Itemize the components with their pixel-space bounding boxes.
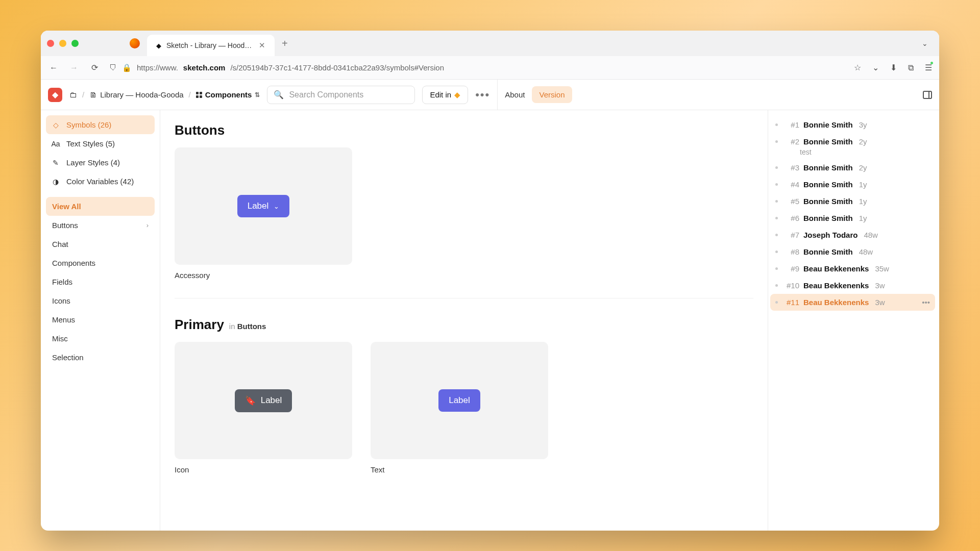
sidebar-color-vars[interactable]: ◑Color Variables (42) bbox=[46, 172, 155, 191]
version-item[interactable]: #7Joseph Todaro48w bbox=[770, 227, 935, 243]
back-icon[interactable]: ← bbox=[48, 63, 59, 72]
version-item[interactable]: #10Beau Bekkenenks3w bbox=[770, 277, 935, 294]
button-label: Label bbox=[449, 395, 470, 406]
section-primary-breadcrumb: in Buttons bbox=[229, 322, 266, 331]
browser-tab-strip: ◆ Sketch - Library — Hooda-Good ✕ + ⌄ bbox=[41, 31, 939, 56]
toggle-panel-icon[interactable] bbox=[923, 91, 932, 99]
version-time: 2y bbox=[859, 163, 867, 172]
sidebar-item-label: Selection bbox=[52, 353, 84, 362]
bullet-icon bbox=[775, 284, 778, 287]
about-link[interactable]: About bbox=[505, 90, 525, 99]
sidebar-item-selection[interactable]: Selection bbox=[46, 348, 155, 367]
brush-icon: ✎ bbox=[51, 159, 60, 167]
window-controls bbox=[47, 40, 79, 47]
version-item[interactable]: #3Bonnie Smith2y bbox=[770, 159, 935, 176]
version-author: Bonnie Smith bbox=[803, 120, 853, 129]
version-time: 1y bbox=[859, 197, 867, 206]
browser-window: ◆ Sketch - Library — Hooda-Good ✕ + ⌄ ← … bbox=[41, 31, 939, 531]
shield-icon[interactable]: ⛉ bbox=[109, 63, 117, 72]
more-menu-button[interactable]: ••• bbox=[475, 88, 490, 102]
version-time: 48w bbox=[864, 231, 878, 239]
hamburger-menu-icon[interactable]: ☰ bbox=[925, 63, 932, 72]
version-item[interactable]: #5Bonnie Smith1y bbox=[770, 193, 935, 210]
version-item[interactable]: #8Bonnie Smith48w bbox=[770, 243, 935, 260]
sidebar-color-vars-label: Color Variables (42) bbox=[66, 177, 134, 186]
divider bbox=[497, 80, 498, 110]
folder-icon: 🗀 bbox=[69, 90, 77, 99]
bookmark-icon: 🔖 bbox=[245, 395, 256, 406]
sidebar-item-chat[interactable]: Chat bbox=[46, 235, 155, 254]
button-icon-preview: 🔖 Label bbox=[235, 389, 292, 412]
lock-icon[interactable]: 🔒 bbox=[122, 63, 132, 72]
components-icon bbox=[196, 92, 202, 98]
sketch-diamond-icon: ◆ bbox=[454, 90, 460, 99]
reload-icon[interactable]: ⟳ bbox=[89, 63, 100, 72]
pocket-icon[interactable]: ⌄ bbox=[872, 63, 879, 72]
breadcrumb-library[interactable]: 🗎Library — Hooda-Gooda bbox=[89, 90, 183, 99]
sidebar-symbols-label: Symbols (26) bbox=[66, 120, 111, 129]
updown-icon: ⇅ bbox=[255, 91, 260, 98]
version-time: 3y bbox=[859, 120, 867, 129]
downloads-icon[interactable]: ⬇ bbox=[890, 63, 897, 72]
version-number: #10 bbox=[782, 281, 799, 290]
address-bar[interactable]: ⛉ 🔒 https://www.sketch.com/s/205194b7-37… bbox=[109, 63, 843, 72]
close-tab-icon[interactable]: ✕ bbox=[259, 41, 265, 50]
version-item[interactable]: #1Bonnie Smith3y bbox=[770, 116, 935, 133]
bullet-icon bbox=[775, 200, 778, 203]
document-icon: 🗎 bbox=[89, 90, 97, 99]
extensions-icon[interactable]: ⧉ bbox=[908, 63, 914, 72]
breadcrumb-components[interactable]: Components ⇅ bbox=[196, 90, 260, 99]
breadcrumb-folder[interactable]: 🗀 bbox=[69, 90, 77, 99]
minimize-window-icon[interactable] bbox=[59, 40, 66, 47]
edit-in-label: Edit in bbox=[430, 90, 451, 99]
sketch-favicon-icon: ◆ bbox=[156, 42, 161, 49]
edit-in-button[interactable]: Edit in ◆ bbox=[422, 86, 468, 104]
maximize-window-icon[interactable] bbox=[71, 40, 79, 47]
new-tab-button[interactable]: + bbox=[282, 38, 288, 49]
sidebar-text-styles[interactable]: AaText Styles (5) bbox=[46, 134, 155, 153]
search-input[interactable]: 🔍 Search Components bbox=[267, 86, 415, 104]
component-card-icon[interactable]: 🔖 Label bbox=[175, 342, 352, 459]
version-note: test bbox=[800, 148, 935, 156]
button-label: Label bbox=[248, 201, 269, 211]
sidebar-item-label: Components bbox=[52, 259, 95, 267]
section-divider bbox=[175, 298, 753, 298]
close-window-icon[interactable] bbox=[47, 40, 54, 47]
sidebar-layer-styles[interactable]: ✎Layer Styles (4) bbox=[46, 153, 155, 172]
chevron-down-icon: ⌄ bbox=[274, 203, 279, 210]
sidebar-view-all[interactable]: View All bbox=[46, 197, 155, 216]
sidebar-item-menus[interactable]: Menus bbox=[46, 310, 155, 329]
browser-nav-bar: ← → ⟳ ⛉ 🔒 https://www.sketch.com/s/20519… bbox=[41, 56, 939, 80]
sidebar-item-label: Icons bbox=[52, 296, 70, 305]
app-root: ◆ 🗀 / 🗎Library — Hooda-Gooda / Component… bbox=[41, 80, 939, 531]
app-logo-icon[interactable]: ◆ bbox=[48, 88, 62, 102]
browser-tab[interactable]: ◆ Sketch - Library — Hooda-Good ✕ bbox=[147, 35, 275, 56]
chevron-right-icon: › bbox=[146, 221, 149, 229]
bullet-icon bbox=[775, 251, 778, 253]
sidebar-item-misc[interactable]: Misc bbox=[46, 329, 155, 348]
version-author: Bonnie Smith bbox=[803, 214, 853, 222]
version-item[interactable]: #4Bonnie Smith1y bbox=[770, 176, 935, 193]
sidebar-item-buttons[interactable]: Buttons› bbox=[46, 216, 155, 235]
button-accessory-preview: Label ⌄ bbox=[237, 195, 290, 217]
version-time: 48w bbox=[859, 247, 873, 256]
bullet-icon bbox=[775, 183, 778, 186]
sidebar-item-icons[interactable]: Icons bbox=[46, 291, 155, 310]
sidebar-item-fields[interactable]: Fields bbox=[46, 272, 155, 291]
sidebar-symbols[interactable]: ◇Symbols (26) bbox=[46, 115, 155, 134]
component-card-accessory[interactable]: Label ⌄ bbox=[175, 147, 352, 265]
more-icon[interactable]: ••• bbox=[922, 298, 930, 307]
version-item[interactable]: #9Beau Bekkenenks35w bbox=[770, 260, 935, 277]
breadcrumb: 🗀 / 🗎Library — Hooda-Gooda / Components … bbox=[69, 90, 260, 99]
sidebar-item-label: Chat bbox=[52, 240, 68, 248]
bookmark-star-icon[interactable]: ☆ bbox=[852, 63, 863, 72]
sidebar-item-label: Menus bbox=[52, 315, 75, 324]
tabs-dropdown-icon[interactable]: ⌄ bbox=[922, 39, 928, 47]
sidebar-item-components[interactable]: Components bbox=[46, 254, 155, 272]
version-tab[interactable]: Version bbox=[532, 86, 572, 103]
version-item[interactable]: #6Bonnie Smith1y bbox=[770, 210, 935, 227]
card-label-accessory: Accessory bbox=[175, 271, 753, 280]
text-icon: Aa bbox=[51, 140, 60, 148]
version-item[interactable]: #11Beau Bekkenenks3w••• bbox=[770, 294, 935, 311]
component-card-text[interactable]: Label bbox=[371, 342, 548, 459]
